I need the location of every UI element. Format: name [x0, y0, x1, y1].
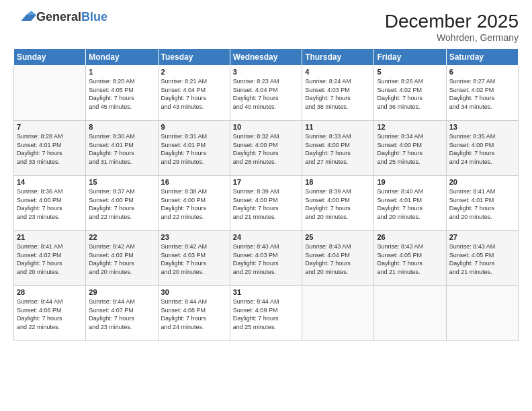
cell-w1-d6: 6Sunrise: 8:27 AM Sunset: 4:02 PM Daylig…	[446, 66, 518, 121]
day-number: 16	[161, 178, 227, 186]
cell-w5-d6	[446, 286, 518, 341]
day-info: Sunrise: 8:21 AM Sunset: 4:04 PM Dayligh…	[161, 77, 227, 111]
cell-w2-d1: 8Sunrise: 8:30 AM Sunset: 4:01 PM Daylig…	[86, 121, 158, 176]
cell-w1-d2: 2Sunrise: 8:21 AM Sunset: 4:04 PM Daylig…	[158, 66, 230, 121]
day-info: Sunrise: 8:44 AM Sunset: 4:06 PM Dayligh…	[17, 298, 83, 331]
header-row: Sunday Monday Tuesday Wednesday Thursday…	[14, 49, 519, 66]
day-number: 21	[17, 233, 83, 241]
day-number: 20	[449, 178, 515, 186]
day-info: Sunrise: 8:30 AM Sunset: 4:01 PM Dayligh…	[89, 132, 154, 166]
cell-w3-d0: 14Sunrise: 8:36 AM Sunset: 4:00 PM Dayli…	[14, 176, 86, 231]
col-thursday: Thursday	[302, 49, 374, 66]
week-row-5: 28Sunrise: 8:44 AM Sunset: 4:06 PM Dayli…	[14, 286, 519, 341]
day-info: Sunrise: 8:44 AM Sunset: 4:09 PM Dayligh…	[233, 298, 299, 331]
day-info: Sunrise: 8:41 AM Sunset: 4:02 PM Dayligh…	[17, 242, 83, 276]
day-number: 8	[89, 123, 154, 131]
day-info: Sunrise: 8:31 AM Sunset: 4:01 PM Dayligh…	[161, 132, 227, 166]
day-number: 28	[17, 288, 83, 296]
month-year: December 2025	[385, 11, 519, 32]
day-info: Sunrise: 8:42 AM Sunset: 4:03 PM Dayligh…	[161, 242, 227, 276]
day-info: Sunrise: 8:43 AM Sunset: 4:05 PM Dayligh…	[377, 242, 443, 276]
cell-w3-d4: 18Sunrise: 8:39 AM Sunset: 4:00 PM Dayli…	[302, 176, 374, 231]
header: GeneralBlue December 2025 Wohrden, Germa…	[13, 11, 519, 43]
day-info: Sunrise: 8:43 AM Sunset: 4:03 PM Dayligh…	[233, 242, 299, 276]
cell-w3-d3: 17Sunrise: 8:39 AM Sunset: 4:00 PM Dayli…	[230, 176, 302, 231]
day-number: 2	[161, 68, 227, 76]
cell-w2-d2: 9Sunrise: 8:31 AM Sunset: 4:01 PM Daylig…	[158, 121, 230, 176]
cell-w1-d5: 5Sunrise: 8:26 AM Sunset: 4:02 PM Daylig…	[374, 66, 446, 121]
day-number: 27	[449, 233, 515, 241]
cell-w3-d2: 16Sunrise: 8:38 AM Sunset: 4:00 PM Dayli…	[158, 176, 230, 231]
cell-w3-d5: 19Sunrise: 8:40 AM Sunset: 4:01 PM Dayli…	[374, 176, 446, 231]
cell-w3-d1: 15Sunrise: 8:37 AM Sunset: 4:00 PM Dayli…	[86, 176, 158, 231]
logo-icon	[16, 11, 36, 23]
col-sunday: Sunday	[14, 49, 86, 66]
cell-w5-d4	[302, 286, 374, 341]
calendar-table: Sunday Monday Tuesday Wednesday Thursday…	[13, 48, 519, 341]
col-wednesday: Wednesday	[230, 49, 302, 66]
day-number: 31	[233, 288, 299, 296]
day-number: 9	[161, 123, 227, 131]
day-info: Sunrise: 8:38 AM Sunset: 4:00 PM Dayligh…	[161, 187, 227, 221]
day-info: Sunrise: 8:27 AM Sunset: 4:02 PM Dayligh…	[449, 77, 515, 111]
day-info: Sunrise: 8:37 AM Sunset: 4:00 PM Dayligh…	[89, 187, 154, 221]
day-number: 24	[233, 233, 299, 241]
svg-marker-0	[21, 15, 37, 21]
day-number: 14	[17, 178, 83, 186]
day-number: 25	[305, 233, 371, 241]
day-info: Sunrise: 8:23 AM Sunset: 4:04 PM Dayligh…	[233, 77, 299, 111]
day-number: 1	[89, 68, 154, 76]
col-friday: Friday	[374, 49, 446, 66]
day-info: Sunrise: 8:28 AM Sunset: 4:01 PM Dayligh…	[17, 132, 83, 166]
page: GeneralBlue December 2025 Wohrden, Germa…	[0, 0, 532, 411]
day-number: 26	[377, 233, 443, 241]
day-number: 17	[233, 178, 299, 186]
day-info: Sunrise: 8:44 AM Sunset: 4:08 PM Dayligh…	[161, 298, 227, 331]
day-number: 13	[449, 123, 515, 131]
cell-w5-d5	[374, 286, 446, 341]
day-info: Sunrise: 8:36 AM Sunset: 4:00 PM Dayligh…	[17, 187, 83, 221]
cell-w4-d0: 21Sunrise: 8:41 AM Sunset: 4:02 PM Dayli…	[14, 231, 86, 286]
logo-text: GeneralBlue	[36, 11, 107, 23]
cell-w3-d6: 20Sunrise: 8:41 AM Sunset: 4:01 PM Dayli…	[446, 176, 518, 231]
cell-w4-d3: 24Sunrise: 8:43 AM Sunset: 4:03 PM Dayli…	[230, 231, 302, 286]
day-number: 10	[233, 123, 299, 131]
day-info: Sunrise: 8:20 AM Sunset: 4:05 PM Dayligh…	[89, 77, 154, 111]
day-number: 18	[305, 178, 371, 186]
cell-w5-d3: 31Sunrise: 8:44 AM Sunset: 4:09 PM Dayli…	[230, 286, 302, 341]
day-number: 30	[161, 288, 227, 296]
day-number: 11	[305, 123, 371, 131]
cell-w4-d2: 23Sunrise: 8:42 AM Sunset: 4:03 PM Dayli…	[158, 231, 230, 286]
col-tuesday: Tuesday	[158, 49, 230, 66]
cell-w4-d1: 22Sunrise: 8:42 AM Sunset: 4:02 PM Dayli…	[86, 231, 158, 286]
day-number: 4	[305, 68, 371, 76]
cell-w4-d6: 27Sunrise: 8:43 AM Sunset: 4:05 PM Dayli…	[446, 231, 518, 286]
day-info: Sunrise: 8:39 AM Sunset: 4:00 PM Dayligh…	[233, 187, 299, 221]
cell-w4-d4: 25Sunrise: 8:43 AM Sunset: 4:04 PM Dayli…	[302, 231, 374, 286]
day-number: 19	[377, 178, 443, 186]
cell-w5-d0: 28Sunrise: 8:44 AM Sunset: 4:06 PM Dayli…	[14, 286, 86, 341]
day-info: Sunrise: 8:34 AM Sunset: 4:00 PM Dayligh…	[377, 132, 443, 166]
week-row-1: 1Sunrise: 8:20 AM Sunset: 4:05 PM Daylig…	[14, 66, 519, 121]
week-row-4: 21Sunrise: 8:41 AM Sunset: 4:02 PM Dayli…	[14, 231, 519, 286]
title-block: December 2025 Wohrden, Germany	[385, 11, 519, 43]
logo: GeneralBlue	[13, 11, 107, 23]
day-number: 22	[89, 233, 154, 241]
week-row-3: 14Sunrise: 8:36 AM Sunset: 4:00 PM Dayli…	[14, 176, 519, 231]
day-number: 7	[17, 123, 83, 131]
cell-w2-d3: 10Sunrise: 8:32 AM Sunset: 4:00 PM Dayli…	[230, 121, 302, 176]
day-info: Sunrise: 8:26 AM Sunset: 4:02 PM Dayligh…	[377, 77, 443, 111]
day-info: Sunrise: 8:44 AM Sunset: 4:07 PM Dayligh…	[89, 298, 154, 331]
day-info: Sunrise: 8:42 AM Sunset: 4:02 PM Dayligh…	[89, 242, 154, 276]
cell-w1-d0	[14, 66, 86, 121]
cell-w2-d4: 11Sunrise: 8:33 AM Sunset: 4:00 PM Dayli…	[302, 121, 374, 176]
day-number: 6	[449, 68, 515, 76]
day-number: 15	[89, 178, 154, 186]
day-info: Sunrise: 8:24 AM Sunset: 4:03 PM Dayligh…	[305, 77, 371, 111]
day-info: Sunrise: 8:32 AM Sunset: 4:00 PM Dayligh…	[233, 132, 299, 166]
day-number: 5	[377, 68, 443, 76]
cell-w2-d5: 12Sunrise: 8:34 AM Sunset: 4:00 PM Dayli…	[374, 121, 446, 176]
day-number: 3	[233, 68, 299, 76]
day-info: Sunrise: 8:33 AM Sunset: 4:00 PM Dayligh…	[305, 132, 371, 166]
cell-w2-d0: 7Sunrise: 8:28 AM Sunset: 4:01 PM Daylig…	[14, 121, 86, 176]
